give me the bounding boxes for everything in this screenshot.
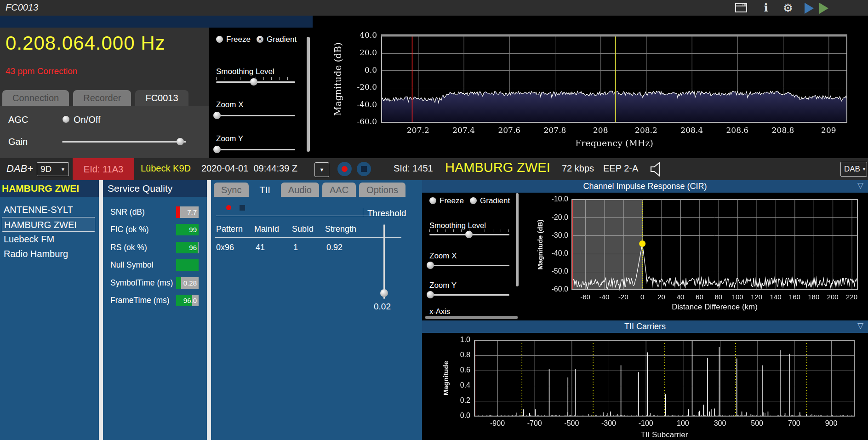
spectrum-controls: Freeze ✕ Gradient Smoothing Level Zoom X… [209,28,313,158]
smoothing-slider-handle[interactable] [250,78,257,86]
tuner-tabs: ConnectionRecorderFC0013 [2,90,188,106]
zoom-x-slider-handle[interactable] [213,112,221,119]
divider [215,237,401,238]
output-mode-select[interactable]: DAB ▼ [840,162,867,177]
cir-zoom-y-slider-handle[interactable] [427,291,434,298]
cir-zoom-x-slider-handle[interactable] [427,262,434,269]
gradient-label: Gradient [267,35,297,44]
tii-table-header: SubId [292,224,314,234]
tab-options[interactable]: Options [359,183,405,197]
cir-zoom-x-slider[interactable] [429,265,509,266]
zoom-x-label: Zoom X [216,100,244,109]
tab-tii[interactable]: TII [252,183,277,197]
quality-bar-segment [198,242,199,253]
service-list-panel: HAMBURG ZWEI ANTENNE-SYLTHAMBURG ZWEILue… [0,180,99,440]
divider [363,208,363,217]
tab-audio[interactable]: Audio [281,183,319,197]
tii-table-cell: 41 [256,243,265,252]
service-quality-panel: Service Quality SNR (dB)7.7FIC (ok %)99R… [103,180,207,440]
tab-recorder[interactable]: Recorder [73,90,131,106]
threshold-label: Threshold [367,208,406,218]
service-list-item[interactable]: Luebeck FM [2,232,95,246]
demodulator-tabs: SyncTIIAudioAACOptions [214,183,405,197]
speaker-icon[interactable] [648,161,665,179]
service-list-item[interactable]: Radio Hamburg [2,246,95,261]
cir-smoothing-slider-handle[interactable] [465,231,473,238]
service-list-header: HAMBURG ZWEI [0,180,99,197]
demodulator-panel: SyncTIIAudioAACOptions PatternMainIdSubI… [211,180,422,440]
service-quality-header: Service Quality [103,180,207,197]
quality-row-label: SNR (dB) [110,207,145,217]
settings-icon[interactable]: ⚙ [782,2,794,14]
cir-controls-hscrollbar[interactable] [425,316,518,319]
tii-carriers-plot [425,333,868,440]
cir-gradient-radio[interactable] [470,197,477,204]
chevron-down-icon: ▼ [320,167,325,172]
threshold-slider-handle[interactable] [380,289,388,297]
spectrum-controls-scrollbar[interactable] [307,37,310,152]
zoom-y-slider[interactable] [216,149,295,150]
quality-row-label: SymbolTime (ms) [110,278,173,288]
ensemble-id-badge: EId: 11A3 [73,158,134,180]
tab-sync[interactable]: Sync [214,183,249,197]
mode-label: DAB+ [6,163,33,175]
info-icon[interactable]: ℹ [760,2,772,14]
zoom-y-slider-handle[interactable] [213,146,221,153]
tii-carriers-header-bar: TII Carriers ▽ [422,320,868,333]
tii-table-cell: 1 [293,243,298,252]
cir-smoothing-label: Smoothing Level [429,221,486,230]
stop-button[interactable] [357,162,371,176]
quality-value: 99 [189,224,197,235]
quality-bar: 99 [176,224,199,235]
cir-header-bar: Channel Impulse Response (CIR) ▽ [422,180,868,193]
cir-gradient-label: Gradient [480,196,510,206]
freeze-radio[interactable] [216,36,223,43]
cir-zoom-x-label: Zoom X [429,251,457,261]
quality-bar-segment [176,277,181,289]
title-bar: FC0013 ℹ ⚙ [0,0,868,16]
zoom-x-slider[interactable] [216,115,295,116]
cir-zoom-y-slider[interactable] [429,294,509,296]
window-icon[interactable] [735,2,748,14]
service-quality-title: Service Quality [108,183,172,194]
quality-value: 7.7 [187,206,197,218]
service-id: SId: 1451 [394,163,433,174]
tab-connection[interactable]: Connection [2,90,69,106]
frequency-display: 0.208.064.000 Hz [6,32,166,54]
cir-collapse-icon[interactable]: ▽ [857,181,863,190]
quality-row-label: RS (ok %) [110,243,147,252]
expert-dropdown-button[interactable]: ▼ [314,162,329,177]
quality-bar-segment [176,259,199,271]
play-blue-icon[interactable] [805,3,814,14]
quality-row-label: Null Symbol [110,260,153,270]
datetime-label: 2020-04-01 09:44:39 Z [201,163,297,174]
quality-row-label: FrameTime (ms) [110,296,170,305]
window-title: FC0013 [6,2,38,13]
tuner-panel: 0.208.064.000 Hz 43 ppm Correction Conne… [0,28,209,158]
quality-value: 0.28 [183,277,197,289]
channel-value: 9D [40,164,51,174]
playing-service-name: HAMBURG ZWEI [2,183,79,194]
gain-label: Gain [8,137,28,147]
play-green-icon[interactable] [819,3,828,14]
zoom-y-label: Zoom Y [216,134,243,143]
record-button[interactable] [337,162,352,176]
tii-carriers-collapse-icon[interactable]: ▽ [857,321,863,331]
cir-title: Channel Impulse Response (CIR) [422,180,868,193]
cir-controls-vscrollbar[interactable] [516,193,519,286]
service-list-item[interactable]: ANTENNE-SYLT [2,202,95,217]
cir-freeze-radio[interactable] [429,197,436,204]
agc-onoff-label: On/Off [74,114,101,125]
threshold-slider[interactable] [383,224,385,299]
tab-fc0013[interactable]: FC0013 [135,90,188,106]
gain-slider-handle[interactable] [177,138,184,145]
gain-slider[interactable] [62,141,186,143]
service-list-item[interactable]: HAMBURG ZWEI [2,217,95,232]
tab-aac[interactable]: AAC [322,183,356,197]
tii-table-cell: 0.92 [326,243,343,252]
gradient-radio[interactable]: ✕ [257,36,263,43]
channel-select[interactable]: 9D ▼ [37,162,69,176]
agc-radio[interactable] [63,116,69,123]
tii-table-header: MainId [254,224,279,234]
record-icon [342,166,348,172]
